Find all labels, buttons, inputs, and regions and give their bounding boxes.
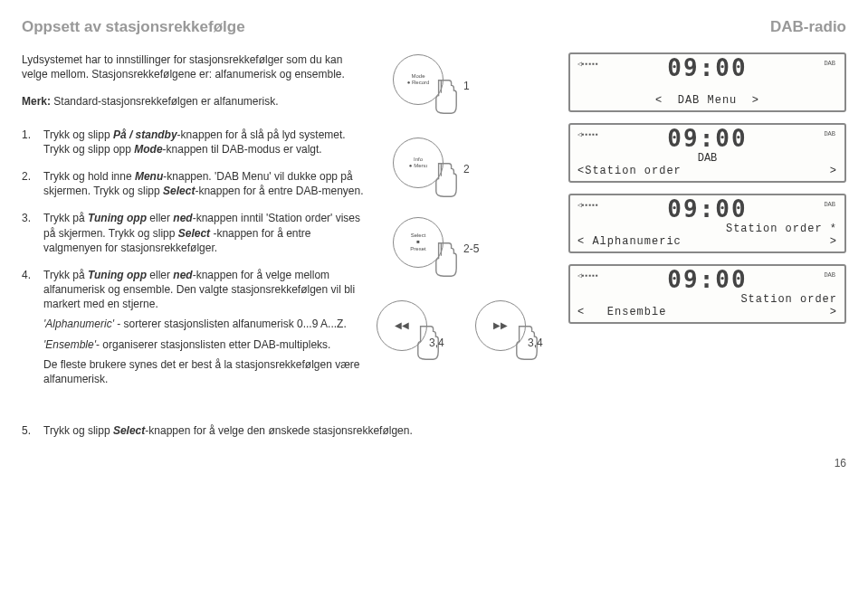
step-tag: 2-5 xyxy=(463,242,479,255)
lcd-display-4: ◁▪▪▪▪▪ 09:00 DAB Station order < Ensembl… xyxy=(568,264,846,324)
hand-icon xyxy=(431,161,462,199)
button-diagram-info: Info● Menu 2 xyxy=(377,136,558,206)
hand-icon xyxy=(431,241,462,279)
page-title-left: Oppsett av stasjonsrekkefølge xyxy=(22,18,245,36)
step-5: 5. Trykk og slipp Select-knappen for å v… xyxy=(22,424,846,437)
step-2: 2. Trykk og hold inne Menu-knappen. 'DAB… xyxy=(22,169,366,198)
step-3: 3. Trykk på Tuning opp eller ned-knappen… xyxy=(22,211,366,255)
note-label: Merk: xyxy=(22,95,51,108)
page-title-right: DAB-radio xyxy=(770,18,846,36)
lcd-column: ◁▪▪▪▪▪ 09:00 DAB < DAB Menu > ◁▪▪▪▪▪ 09:… xyxy=(568,52,846,399)
lcd-display-1: ◁▪▪▪▪▪ 09:00 DAB < DAB Menu > xyxy=(568,52,846,112)
step-tag: 2 xyxy=(463,163,470,175)
lcd-display-3: ◁▪▪▪▪▪ 09:00 DAB Station order * < Alpha… xyxy=(568,194,846,253)
button-diagram-tuning: ◀◀ 3,4 ▶▶ 3,4 xyxy=(377,299,558,375)
text-column: Lydsystemet har to innstillinger for sta… xyxy=(22,52,366,399)
note-text: Standard-stasjonsrekkefølgen er alfanume… xyxy=(51,95,278,108)
lcd-display-2: ◁▪▪▪▪▪ 09:00 DAB DAB <Station order > xyxy=(568,123,846,183)
button-diagram-mode: Mode● Record 1 xyxy=(377,52,558,123)
step-1: 1. Trykk og slipp På / standby-knappen f… xyxy=(22,128,366,156)
note: Merk: Standard-stasjonsrekkefølgen er al… xyxy=(22,94,366,109)
step-tag: 1 xyxy=(463,80,470,92)
intro-text: Lydsystemet har to innstillinger for sta… xyxy=(22,52,366,81)
step-tag: 3,4 xyxy=(429,337,444,349)
step-4: 4. Trykk på Tuning opp eller ned-knappen… xyxy=(22,268,366,386)
diagram-column: Mode● Record 1 Info● Menu 2 Select■Prese… xyxy=(377,52,558,399)
page-number: 16 xyxy=(22,457,846,469)
step-tag: 3,4 xyxy=(528,337,543,349)
button-diagram-select: Select■Preset 2-5 xyxy=(377,215,558,286)
hand-icon xyxy=(431,78,462,116)
